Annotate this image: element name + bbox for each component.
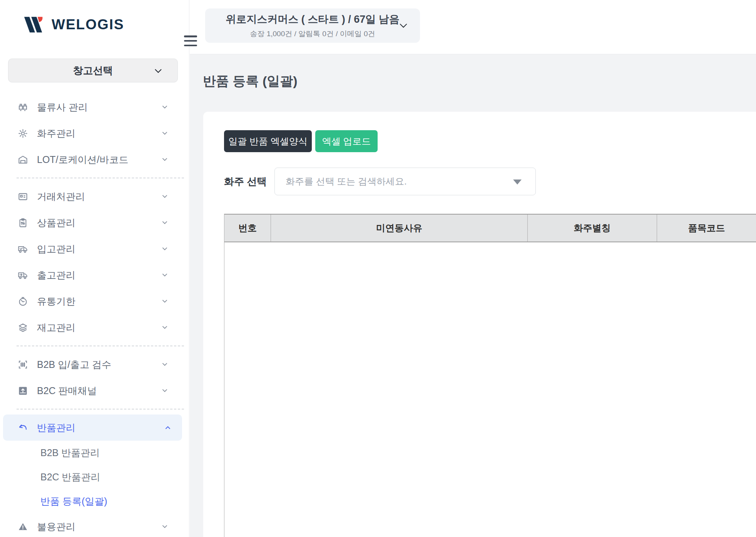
nav-divider bbox=[17, 178, 184, 178]
plan-title: 위로지스커머스 ( 스타트 ) / 67일 남음 bbox=[226, 12, 400, 26]
sidebar-item-label: LOT/로케이션/바코드 bbox=[37, 153, 152, 166]
plan-usage-summary: 송장 1,000건 / 알림톡 0건 / 이메일 0건 bbox=[250, 29, 375, 39]
shipper-select-row: 화주 선택 bbox=[224, 168, 536, 195]
content-card: 일괄 반품 엑셀양식 엑셀 업로드 화주 선택 번호 미연동사유 화주별칭 품목… bbox=[203, 112, 756, 537]
sidebar-item-label: 물류사 관리 bbox=[37, 101, 152, 114]
toolbar: 일괄 반품 엑셀양식 엑셀 업로드 bbox=[224, 130, 378, 152]
sidebar-subitem-return-register-bulk[interactable]: 반품 등록(일괄) bbox=[0, 489, 189, 514]
sidebar-subitem-b2b-returns[interactable]: B2B 반품관리 bbox=[0, 441, 189, 465]
sidebar-item-label: 반품관리 bbox=[37, 421, 156, 434]
return-arrow-icon bbox=[17, 422, 28, 433]
clipboard-arrows-icon bbox=[17, 217, 28, 228]
sidebar-item-label: 유통기한 bbox=[37, 295, 152, 308]
sidebar-item-label: 화주관리 bbox=[37, 127, 152, 140]
truck-inbound-icon bbox=[17, 243, 28, 255]
sidebar-item-return-management[interactable]: 반품관리 bbox=[3, 414, 182, 441]
chevron-down-icon bbox=[161, 193, 169, 200]
warehouse-select-label: 창고선택 bbox=[73, 64, 113, 77]
sidebar-subitem-b2c-returns[interactable]: B2C 반품관리 bbox=[0, 465, 189, 489]
sidebar-item-lot-location-barcode[interactable]: LOT/로케이션/바코드 bbox=[0, 146, 189, 173]
page-title: 반품 등록 (일괄) bbox=[203, 72, 298, 90]
shipper-search-input[interactable] bbox=[286, 168, 501, 195]
chevron-down-icon bbox=[161, 130, 169, 136]
sidebar-item-b2c-sales-channel[interactable]: B2C 판매채널 bbox=[0, 378, 189, 404]
chevron-down-icon bbox=[161, 272, 169, 278]
sidebar-item-unusable-management[interactable]: 불용관리 bbox=[0, 514, 189, 537]
column-header-item-code: 품목코드 bbox=[657, 215, 756, 242]
chevron-down-icon bbox=[161, 388, 169, 394]
chevron-down-icon bbox=[161, 298, 169, 304]
chevron-down-icon bbox=[161, 524, 169, 530]
warehouse-icon bbox=[17, 154, 28, 165]
chevron-down-icon bbox=[161, 361, 169, 368]
excel-upload-button[interactable]: 엑셀 업로드 bbox=[315, 130, 378, 152]
table-body-empty bbox=[224, 242, 756, 537]
chevron-down-icon bbox=[161, 246, 169, 252]
chevron-down-icon bbox=[154, 67, 163, 75]
table-header-row: 번호 미연동사유 화주별칭 품목코드 bbox=[224, 214, 756, 242]
sidebar-item-label: 재고관리 bbox=[37, 321, 152, 334]
nav-divider bbox=[17, 346, 184, 346]
sidebar-item-outbound-management[interactable]: 출고관리 bbox=[0, 262, 189, 288]
warehouse-select-button[interactable]: 창고선택 bbox=[8, 59, 178, 82]
sidebar-item-inventory-management[interactable]: 재고관리 bbox=[0, 314, 189, 341]
org-blocks-icon bbox=[17, 101, 28, 113]
sidebar-item-label: 불용관리 bbox=[37, 520, 152, 533]
dropdown-arrow-icon bbox=[513, 180, 522, 185]
chevron-down-icon bbox=[398, 22, 408, 30]
sidebar-item-label: B2B 입/출고 검수 bbox=[37, 358, 152, 371]
chevron-up-icon bbox=[164, 425, 172, 431]
gear-icon bbox=[17, 128, 28, 139]
warning-icon bbox=[17, 521, 28, 532]
sidebar-subitem-label: B2B 반품관리 bbox=[40, 446, 100, 459]
sidebar-item-client-management[interactable]: 거래처관리 bbox=[0, 183, 189, 210]
sidebar-nav: 물류사 관리 화주관리 bbox=[0, 94, 189, 537]
shipper-select-dropdown[interactable] bbox=[274, 168, 536, 195]
id-card-icon bbox=[17, 191, 28, 202]
shipper-select-label: 화주 선택 bbox=[224, 175, 274, 188]
timer-icon bbox=[17, 295, 28, 307]
logo-text: WELOGIS bbox=[52, 17, 124, 33]
sidebar-subitem-label: B2C 반품관리 bbox=[40, 471, 100, 483]
layers-icon bbox=[17, 322, 28, 333]
truck-outbound-icon bbox=[17, 269, 28, 281]
main-area: 위로지스커머스 ( 스타트 ) / 67일 남음 송장 1,000건 / 알림톡… bbox=[190, 0, 756, 537]
sidebar-item-expiration-date[interactable]: 유통기한 bbox=[0, 288, 189, 314]
chevron-down-icon bbox=[161, 104, 169, 110]
plan-selector[interactable]: 위로지스커머스 ( 스타트 ) / 67일 남음 송장 1,000건 / 알림톡… bbox=[205, 8, 420, 43]
nav-divider bbox=[17, 409, 184, 409]
sidebar-item-label: 입고관리 bbox=[37, 243, 152, 255]
welogis-app: WELOGIS 창고선택 물류사 관리 bbox=[0, 0, 756, 537]
sales-channel-icon bbox=[17, 385, 28, 396]
sidebar-item-b2b-inspection[interactable]: B2B 입/출고 검수 bbox=[0, 351, 189, 378]
barcode-icon bbox=[17, 359, 28, 370]
sidebar-item-label: B2C 판매채널 bbox=[37, 384, 152, 397]
sidebar-item-logistics-company[interactable]: 물류사 관리 bbox=[0, 94, 189, 120]
sidebar-item-label: 상품관리 bbox=[37, 216, 152, 229]
sidebar-item-label: 출고관리 bbox=[37, 269, 152, 282]
welogis-logo[interactable]: WELOGIS bbox=[22, 15, 176, 34]
menu-toggle-icon[interactable] bbox=[184, 35, 197, 46]
chevron-down-icon bbox=[161, 220, 169, 226]
sidebar-item-label: 거래처관리 bbox=[37, 190, 152, 203]
welogis-logo-icon bbox=[22, 15, 46, 34]
column-header-number: 번호 bbox=[224, 215, 271, 242]
sidebar-subitem-label: 반품 등록(일괄) bbox=[40, 495, 107, 508]
top-bar: 위로지스커머스 ( 스타트 ) / 67일 남음 송장 1,000건 / 알림톡… bbox=[190, 0, 756, 54]
column-header-unlinked-reason: 미연동사유 bbox=[271, 215, 528, 242]
bulk-return-excel-template-button[interactable]: 일괄 반품 엑셀양식 bbox=[224, 130, 312, 152]
returns-table: 번호 미연동사유 화주별칭 품목코드 bbox=[224, 214, 756, 537]
sidebar-item-inbound-management[interactable]: 입고관리 bbox=[0, 236, 189, 262]
column-header-shipper-alias: 화주별칭 bbox=[528, 215, 657, 242]
chevron-down-icon bbox=[161, 324, 169, 331]
sidebar: WELOGIS 창고선택 물류사 관리 bbox=[0, 0, 189, 537]
sidebar-item-product-management[interactable]: 상품관리 bbox=[0, 210, 189, 236]
chevron-down-icon bbox=[161, 156, 169, 163]
sidebar-item-shipper-management[interactable]: 화주관리 bbox=[0, 120, 189, 146]
